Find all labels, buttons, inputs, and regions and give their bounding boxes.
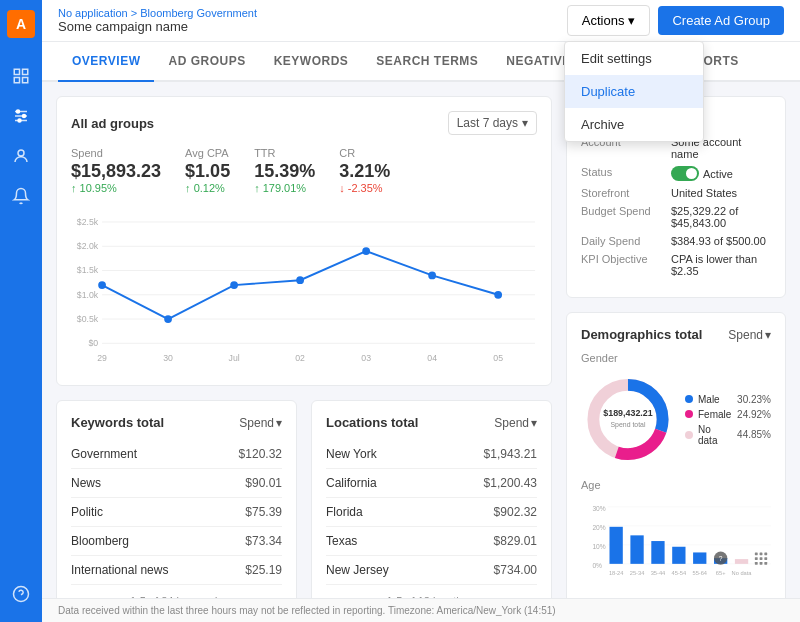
topbar-actions: Actions ▾ Edit settings Duplicate Archiv… — [567, 5, 784, 36]
svg-text:03: 03 — [361, 353, 371, 363]
tab-ad-groups[interactable]: AD GROUPS — [154, 42, 259, 82]
campaign-detail-row: Budget Spend $25,329.22 of $45,843.00 — [581, 205, 771, 229]
legend-female-dot — [685, 410, 693, 418]
svg-text:?: ? — [719, 555, 723, 562]
metric-cr: CR 3.21% ↓ -2.35% — [339, 147, 390, 194]
actions-button[interactable]: Actions ▾ — [567, 5, 651, 36]
dropdown-duplicate[interactable]: Duplicate — [565, 75, 703, 108]
svg-rect-56 — [693, 552, 706, 563]
date-filter-button[interactable]: Last 7 days ▾ — [448, 111, 537, 135]
tab-overview[interactable]: OVERVIEW — [58, 42, 154, 82]
grid-nav-icon[interactable] — [3, 58, 39, 94]
keyword-spend-cell: $75.39 — [217, 498, 282, 527]
metric-cr-label: CR — [339, 147, 390, 159]
age-label: Age — [581, 479, 771, 491]
demographics-title: Demographics total — [581, 327, 702, 342]
svg-text:$0: $0 — [88, 338, 98, 348]
legend-male: Male 30.23% — [685, 394, 771, 405]
locations-sort[interactable]: Spend ▾ — [494, 416, 537, 430]
content-area: All ad groups Last 7 days ▾ Spend $15,89… — [42, 82, 800, 622]
svg-text:20%: 20% — [592, 524, 605, 531]
campaign-detail-row: Storefront United States — [581, 187, 771, 199]
svg-rect-73 — [764, 557, 767, 560]
svg-text:$1.5k: $1.5k — [77, 265, 99, 275]
app-logo[interactable]: A — [7, 10, 35, 38]
keyword-cell: News — [71, 469, 217, 498]
bell-nav-icon[interactable] — [3, 178, 39, 214]
metric-spend-change: ↑ 10.95% — [71, 182, 161, 194]
svg-text:$2.5k: $2.5k — [77, 217, 99, 227]
breadcrumb: No application > Bloomberg Government — [58, 7, 257, 19]
keyword-spend-cell: $90.01 — [217, 469, 282, 498]
demographics-sort[interactable]: Spend ▾ — [728, 328, 771, 342]
metric-ttr-change: ↑ 179.01% — [254, 182, 315, 194]
campaign-detail-row: Daily Spend $384.93 of $500.00 — [581, 235, 771, 247]
svg-text:$189,432.21: $189,432.21 — [603, 408, 652, 418]
demographics-card: Demographics total Spend ▾ Gender — [566, 312, 786, 605]
detail-label: Daily Spend — [581, 235, 671, 247]
metric-ttr: TTR 15.39% ↑ 179.01% — [254, 147, 315, 194]
location-cell: Florida — [326, 498, 440, 527]
metric-cpa-change: ↑ 0.12% — [185, 182, 230, 194]
keyword-spend-cell: $120.32 — [217, 440, 282, 469]
svg-rect-76 — [764, 562, 767, 565]
detail-value: $384.93 of $500.00 — [671, 235, 766, 247]
metric-spend-value: $15,893.23 — [71, 161, 161, 182]
chart-title: All ad groups — [71, 116, 154, 131]
svg-point-8 — [23, 115, 26, 118]
keyword-cell: Government — [71, 440, 217, 469]
campaign-detail-row: Status Active — [581, 166, 771, 181]
person-nav-icon[interactable] — [3, 138, 39, 174]
svg-rect-2 — [14, 78, 19, 83]
locations-card: Locations total Spend ▾ New York$1,943.2… — [311, 400, 552, 622]
legend-nodata-label: No data — [698, 424, 732, 446]
detail-value: CPA is lower than $2.35 — [671, 253, 771, 277]
location-spend-cell: $1,943.21 — [440, 440, 537, 469]
detail-value: Active — [671, 166, 733, 181]
breadcrumb-link[interactable]: No application > Bloomberg Government — [58, 7, 257, 19]
question-nav-icon[interactable] — [3, 576, 39, 612]
legend-female-pct: 24.92% — [737, 409, 771, 420]
location-cell: New York — [326, 440, 440, 469]
tab-search-terms[interactable]: SEARCH TERMS — [362, 42, 492, 82]
svg-point-27 — [230, 281, 238, 289]
dropdown-archive[interactable]: Archive — [565, 108, 703, 141]
campaign-detail-row: KPI Objective CPA is lower than $2.35 — [581, 253, 771, 277]
keywords-sort[interactable]: Spend ▾ — [239, 416, 282, 430]
location-spend-cell: $734.00 — [440, 556, 537, 585]
metric-spend-label: Spend — [71, 147, 161, 159]
legend-nodata-dot — [685, 431, 693, 439]
donut-container: $189,432.21 Spend total Male 30.23% — [581, 372, 771, 467]
metric-cpa: Avg CPA $1.05 ↑ 0.12% — [185, 147, 230, 194]
svg-text:29: 29 — [97, 353, 107, 363]
table-row: New Jersey$734.00 — [326, 556, 537, 585]
status-bar: Data received within the last three hour… — [42, 598, 800, 622]
svg-text:0%: 0% — [592, 562, 602, 569]
svg-rect-0 — [14, 69, 19, 74]
keyword-spend-cell: $73.34 — [217, 527, 282, 556]
table-row: News$90.01 — [71, 469, 282, 498]
age-chart: 30% 20% 10% 0% — [581, 497, 771, 587]
sliders-nav-icon[interactable] — [3, 98, 39, 134]
svg-point-7 — [17, 110, 20, 113]
metric-spend: Spend $15,893.23 ↑ 10.95% — [71, 147, 161, 194]
keyword-cell: Bloomberg — [71, 527, 217, 556]
svg-rect-58 — [735, 559, 748, 564]
create-ad-group-button[interactable]: Create Ad Group — [658, 6, 784, 35]
keyword-cell: International news — [71, 556, 217, 585]
locations-header: Locations total Spend ▾ — [326, 415, 537, 430]
table-row: California$1,200.43 — [326, 469, 537, 498]
svg-text:30%: 30% — [592, 505, 605, 512]
status-toggle[interactable] — [671, 166, 699, 181]
keyword-spend-cell: $25.19 — [217, 556, 282, 585]
table-row: International news$25.19 — [71, 556, 282, 585]
legend-male-label: Male — [698, 394, 720, 405]
legend-female: Female 24.92% — [685, 409, 771, 420]
svg-point-9 — [18, 119, 21, 122]
tab-keywords[interactable]: KEYWORDS — [260, 42, 363, 82]
age-section: Age 30% 20% 10% 0% — [581, 479, 771, 590]
svg-text:10%: 10% — [592, 543, 605, 550]
svg-rect-54 — [651, 541, 664, 564]
location-spend-cell: $829.01 — [440, 527, 537, 556]
dropdown-edit-settings[interactable]: Edit settings — [565, 42, 703, 75]
